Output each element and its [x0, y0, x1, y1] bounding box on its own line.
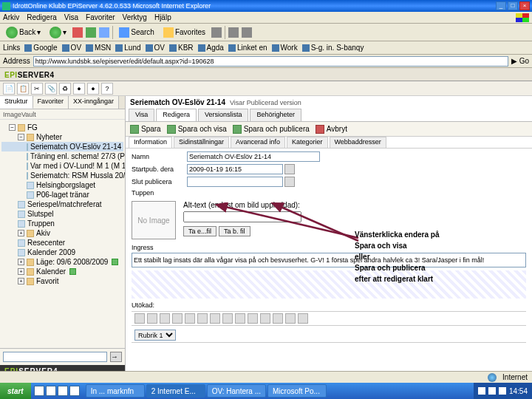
remove-file-button[interactable]: Ta b. fil [219, 226, 250, 236]
task-button[interactable]: Microsoft Po... [267, 384, 327, 398]
calendar-icon[interactable] [284, 164, 295, 174]
rte-icon[interactable] [298, 313, 308, 324]
link-item[interactable]: OV [62, 44, 81, 52]
collapse-icon[interactable]: − [9, 124, 16, 131]
link-item[interactable]: Google [24, 44, 57, 52]
tab-favoriter[interactable]: Favoriter [33, 96, 69, 109]
tab-ingangar[interactable]: XX-inngångar [69, 96, 119, 109]
maximize-button[interactable]: □ [508, 1, 518, 10]
tb-help-icon[interactable]: ? [101, 83, 113, 95]
ql-icon[interactable] [34, 386, 44, 396]
menu-help[interactable]: Hjälp [154, 13, 171, 21]
tb-copy-icon[interactable]: 📋 [17, 83, 29, 95]
tree-item[interactable]: Läge: 09/6 2008/2009 [36, 257, 108, 267]
rte-image-icon[interactable] [210, 313, 220, 324]
tray-icon[interactable] [478, 387, 485, 395]
tb-icon[interactable]: ● [73, 83, 85, 95]
subtab-kategorier[interactable]: Kategorier [287, 137, 328, 148]
tree-item[interactable]: P06-laget tränar [36, 190, 89, 200]
page-tree[interactable]: −FG −Nyheter Seriematch OV-Eslöv 21-14 T… [0, 120, 125, 348]
save-button[interactable]: Spara [130, 125, 161, 134]
tb-new-icon[interactable]: 📄 [3, 83, 15, 95]
subtab-sidinstallningar[interactable]: Sidinställningar [174, 137, 229, 148]
rte-link-icon[interactable] [197, 313, 208, 324]
expand-icon[interactable]: + [18, 268, 24, 275]
input-slutpub[interactable] [187, 177, 283, 187]
tab-behorigheter[interactable]: Behörigheter [250, 109, 301, 121]
tree-item[interactable]: Nyheter [36, 132, 62, 142]
forward-button[interactable]: ▾ [47, 26, 69, 39]
tb-paste-icon[interactable]: 📎 [45, 83, 57, 95]
rte-underline-icon[interactable] [160, 313, 170, 324]
rte-icon[interactable] [235, 313, 245, 324]
tray-icon[interactable] [499, 387, 506, 395]
save-and-publish-button[interactable]: Spara och publicera [233, 125, 310, 134]
tb-recycle-icon[interactable]: ♻ [59, 83, 71, 95]
tree-item[interactable]: Seriematch: RSM Hussla 20/3 [30, 171, 125, 180]
menu-view[interactable]: Visa [64, 13, 78, 21]
tree-item[interactable]: Truppen [27, 219, 55, 228]
search-button[interactable]: Search [116, 27, 157, 38]
tb-cut-icon[interactable]: ✂ [31, 83, 43, 95]
back-button[interactable]: Back▾ [3, 26, 44, 39]
link-item[interactable]: KBR [169, 44, 194, 52]
menu-tools[interactable]: Verktyg [123, 13, 147, 21]
print-icon[interactable] [242, 27, 252, 38]
menu-file[interactable]: Arkiv [3, 13, 19, 21]
home-icon[interactable] [99, 27, 109, 38]
ql-icon[interactable] [46, 386, 56, 396]
go-button[interactable]: ▶ Go [511, 57, 529, 65]
menu-edit[interactable]: Redigera [27, 13, 57, 21]
link-item[interactable]: S-g. in. S-banqy [302, 44, 364, 52]
tree-search-input[interactable] [3, 352, 107, 362]
tree-item[interactable]: Kalender [36, 267, 66, 276]
rte-bold-icon[interactable] [134, 313, 145, 324]
task-button[interactable]: In ... marknfn [86, 384, 145, 398]
input-namn[interactable] [187, 151, 320, 162]
tab-redigera[interactable]: Redigera [156, 109, 197, 121]
system-tray[interactable]: 14:54 [474, 383, 532, 399]
rte-icon[interactable] [260, 313, 270, 324]
input-alttext[interactable] [183, 211, 301, 222]
refresh-icon[interactable] [86, 27, 96, 38]
link-item[interactable]: Linket en [228, 44, 267, 52]
link-item[interactable]: Work [272, 44, 298, 52]
history-icon[interactable] [211, 27, 222, 38]
expand-icon[interactable]: + [18, 278, 24, 284]
calendar-icon[interactable] [284, 177, 295, 187]
subtab-information[interactable]: Information [129, 137, 172, 148]
tree-item[interactable]: Var med i OV-Lund! M 1 (M 1) [30, 161, 125, 171]
expand-icon[interactable]: + [18, 230, 24, 236]
link-item[interactable]: MSN [86, 44, 111, 52]
rte-icon[interactable] [273, 313, 283, 324]
tree-item[interactable]: Akiv [36, 228, 50, 238]
rte-table-icon[interactable] [222, 313, 233, 324]
rte-align-icon[interactable] [172, 313, 183, 324]
tree-item[interactable]: Kalender 2009 [27, 248, 75, 257]
tab-visa[interactable]: Visa [129, 109, 154, 121]
tree-root[interactable]: FG [27, 123, 38, 132]
rte-icon[interactable] [285, 313, 296, 324]
ql-icon[interactable] [58, 386, 68, 396]
stop-icon[interactable] [72, 27, 83, 38]
tree-item[interactable]: Träning enl. schema! 27/3 (P1) [30, 151, 125, 161]
subtab-webbaddresser[interactable]: Webbaddresser [330, 137, 386, 148]
tree-item[interactable]: Favorit [36, 276, 59, 286]
tray-icon[interactable] [488, 387, 496, 395]
minimize-button[interactable]: _ [496, 1, 506, 10]
task-button[interactable]: 2 Internet E... [146, 384, 205, 398]
tab-versionslista[interactable]: Versionslista [198, 109, 249, 121]
link-item[interactable]: OV [146, 44, 165, 52]
address-input[interactable] [33, 56, 508, 66]
tree-item[interactable]: Seriematch OV-Eslöv 21-14 [30, 142, 121, 151]
rte-icon[interactable] [248, 313, 258, 324]
link-item[interactable]: Agda [198, 44, 224, 52]
subtab-avancerad[interactable]: Avancerad info [231, 137, 285, 148]
cancel-button[interactable]: Avbryt [316, 125, 347, 134]
rte-italic-icon[interactable] [147, 313, 157, 324]
tree-item[interactable]: Slutspel [27, 209, 54, 219]
task-button[interactable]: OV: Hantera ... [207, 384, 266, 398]
collapse-icon[interactable]: − [18, 134, 24, 140]
favorites-button[interactable]: Favorites [160, 27, 208, 38]
tab-struktur[interactable]: Struktur [0, 96, 33, 109]
